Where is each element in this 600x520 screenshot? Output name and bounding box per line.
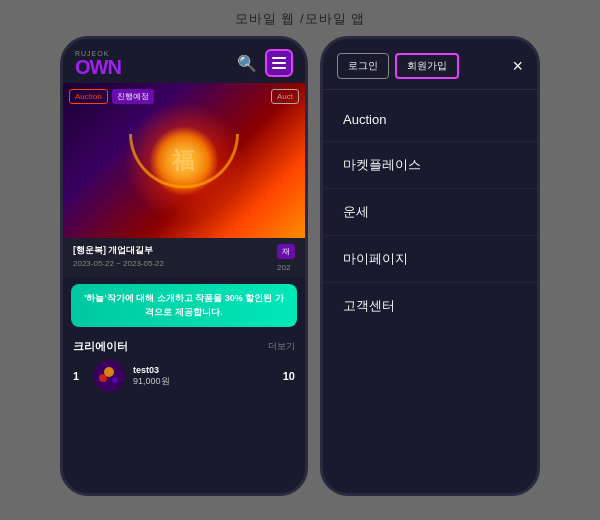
artwork-details: [행운복] 개업대길부 2023-05-22 ~ 2023-05-22 — [73, 244, 164, 268]
logo-own-white: OW — [75, 56, 107, 78]
close-button[interactable]: × — [512, 56, 523, 77]
artwork-title: [행운복] 개업대길부 — [73, 244, 164, 257]
phone-left: RUJEOK OWN 🔍 福 Auction 진행 — [60, 36, 308, 496]
artwork-info: [행운복] 개업대길부 2023-05-22 ~ 2023-05-22 재 20… — [63, 238, 305, 278]
creator-name: test03 — [133, 365, 275, 375]
auth-buttons: 로그인 회원가입 — [337, 53, 459, 79]
tag-auction: Auction — [69, 89, 108, 104]
artwork-right: 재 202 — [277, 244, 295, 272]
header-icons: 🔍 — [237, 49, 293, 77]
menu-icon[interactable] — [265, 49, 293, 77]
signup-button[interactable]: 회원가입 — [395, 53, 459, 79]
banner-chinese-text: 福 — [172, 146, 196, 176]
artwork-badge: 재 — [277, 244, 295, 259]
creator-amount: 91,000원 — [133, 375, 275, 388]
creator-more-button[interactable]: 더보기 — [268, 340, 295, 353]
logo-own: OWN — [75, 57, 121, 77]
promo-banner: '하늘'작가에 대해 소개하고 작품을 30% 할인된 가격으로 제공합니다. — [71, 284, 297, 327]
creator-section: 크리에이터 더보기 1 test03 91,000원 10 — [63, 333, 305, 398]
menu-item-auction[interactable]: Auction — [323, 98, 537, 142]
artwork-date-right: 202 — [277, 263, 295, 272]
svg-point-2 — [99, 374, 107, 382]
logo-own-purple: N — [107, 56, 120, 78]
creator-row: 1 test03 91,000원 10 — [73, 360, 295, 392]
menu-item-support[interactable]: 고객센터 — [323, 283, 537, 329]
artwork-date: 2023-05-22 ~ 2023-05-22 — [73, 259, 164, 268]
creator-header: 크리에이터 더보기 — [73, 339, 295, 354]
menu-item-fortune[interactable]: 운세 — [323, 189, 537, 236]
svg-point-3 — [112, 377, 118, 383]
banner: 福 Auction 진행예정 Auct — [63, 83, 305, 238]
menu-header: 로그인 회원가입 × — [323, 39, 537, 90]
logo-area: RUJEOK OWN — [75, 50, 121, 77]
search-icon[interactable]: 🔍 — [237, 54, 257, 73]
page-title: 모바일 웹 /모바일 앱 — [235, 10, 365, 28]
login-button[interactable]: 로그인 — [337, 53, 389, 79]
phone-header: RUJEOK OWN 🔍 — [63, 39, 305, 83]
creator-info: test03 91,000원 — [133, 365, 275, 388]
phone-right: 로그인 회원가입 × Auction 마켓플레이스 운세 마이페이지 고객센터 — [320, 36, 540, 496]
creator-count: 10 — [283, 370, 295, 382]
menu-item-marketplace[interactable]: 마켓플레이스 — [323, 142, 537, 189]
creator-rank: 1 — [73, 370, 85, 382]
menu-item-mypage[interactable]: 마이페이지 — [323, 236, 537, 283]
banner-tags: Auction 진행예정 — [69, 89, 154, 104]
creator-section-title: 크리에이터 — [73, 339, 128, 354]
banner-tag-right: Auct — [271, 89, 299, 104]
tag-preview: 진행예정 — [112, 89, 154, 104]
menu-items: Auction 마켓플레이스 운세 마이페이지 고객센터 — [323, 90, 537, 493]
phones-container: RUJEOK OWN 🔍 福 Auction 진행 — [60, 36, 540, 496]
creator-avatar — [93, 360, 125, 392]
